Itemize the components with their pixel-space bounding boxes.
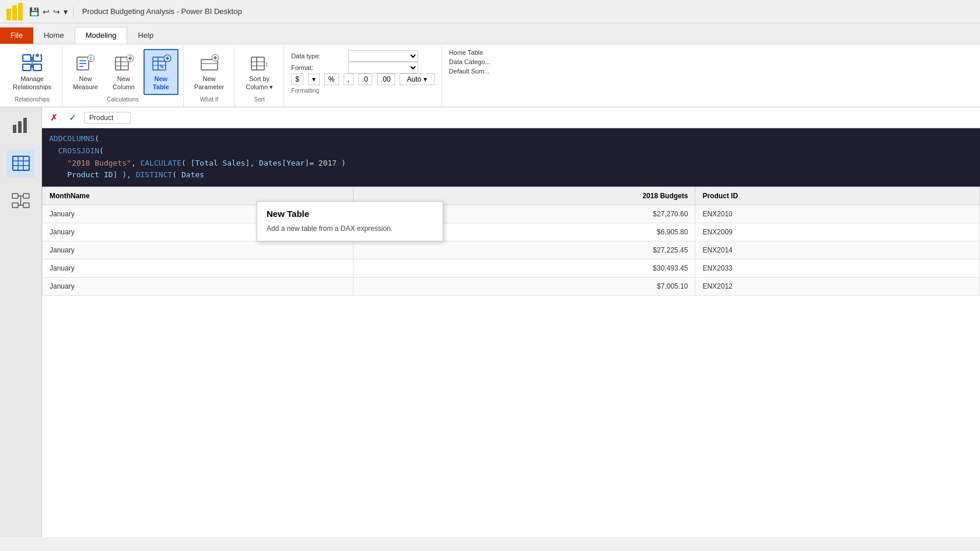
dax-addcolumns: ADDCOLUMNS	[49, 134, 94, 143]
calculations-buttons: ∑ NewMeasure	[67, 49, 178, 95]
new-table-button[interactable]: NewTable	[144, 49, 178, 95]
save-icon[interactable]: 💾	[29, 7, 39, 16]
datatype-label: Data type:	[291, 52, 344, 59]
dollar-button[interactable]: $	[291, 73, 303, 85]
tab-modeling[interactable]: Modeling	[75, 27, 128, 44]
sort-by-column-button[interactable]: ↕ Sort byColumn ▾	[240, 49, 279, 95]
data-table-area: MonthName 2018 Budgets Product ID Januar…	[42, 187, 980, 537]
new-column-icon	[113, 52, 134, 73]
svg-rect-2	[18, 3, 23, 20]
app-logo	[6, 3, 23, 20]
decimal-increase-button[interactable]: .0	[358, 73, 372, 85]
new-column-label: NewColumn	[113, 75, 135, 92]
cell-budget-3: $27,225.45	[354, 241, 695, 259]
table-view-icon	[12, 154, 30, 173]
ribbon-group-sort: ↕ Sort byColumn ▾ Sort	[235, 47, 284, 107]
percent-button[interactable]: %	[324, 73, 339, 85]
cancel-button[interactable]: ✗	[47, 111, 61, 125]
format-dropdown[interactable]	[348, 62, 418, 73]
default-sum-label: Default Sum...	[449, 68, 491, 75]
tooltip-body: Add a new table from a DAX expression.	[267, 223, 433, 234]
dax-calculate: CALCULATE	[141, 159, 181, 167]
tab-help[interactable]: Help	[127, 27, 164, 44]
redo-icon[interactable]: ↪	[53, 7, 60, 16]
table-row: January $27,270.60 ENX2010	[43, 205, 980, 223]
quick-access-icon[interactable]: ▾	[64, 7, 68, 16]
cell-pid-1: ENX2010	[695, 205, 980, 223]
whatif-buttons: ? NewParameter	[188, 49, 230, 95]
tab-home[interactable]: Home	[33, 27, 75, 44]
ribbon-group-formatting: Data type: Format: $ ▾ % , .0 .00 Auto ▾…	[284, 47, 442, 107]
data-category-label: Data Catego...	[449, 58, 491, 65]
manage-relationships-label: ManageRelationships	[13, 75, 51, 92]
dax-line-1: ADDCOLUMNS(	[49, 133, 973, 145]
content-area: ✗ ✓ Product ADDCOLUMNS( CROSSJOIN( "2018…	[42, 107, 980, 537]
dropdown-dollar-button[interactable]: ▾	[308, 73, 320, 85]
new-parameter-button[interactable]: ? NewParameter	[188, 49, 230, 95]
dax-crossjoin: CROSSJOIN	[58, 146, 99, 155]
whatif-group-label: What If	[200, 95, 219, 105]
datatype-dropdown[interactable]	[348, 50, 418, 62]
dax-line-4: Product ID] ), DISTINCT( Dates	[49, 169, 973, 181]
confirm-button[interactable]: ✓	[65, 111, 79, 125]
sort-group-label: Sort	[254, 95, 265, 105]
datatype-row: Data type:	[291, 50, 418, 62]
formatting-group-label: Formatting	[291, 86, 319, 96]
new-table-icon	[150, 52, 172, 73]
sidebar-item-model[interactable]	[7, 187, 35, 215]
cell-budget-4: $30,493.45	[354, 259, 695, 278]
table-header: MonthName 2018 Budgets Product ID	[43, 187, 980, 205]
cell-month-4: January	[43, 259, 354, 278]
report-view-icon	[12, 117, 30, 135]
svg-rect-0	[6, 9, 11, 20]
manage-relationships-button[interactable]: ManageRelationships	[7, 49, 57, 95]
home-table-label: Home Table	[449, 49, 491, 56]
dax-line-2: CROSSJOIN(	[49, 145, 973, 157]
col-header-productid: Product ID	[695, 187, 980, 205]
svg-rect-57	[23, 203, 29, 208]
dax-formula-area[interactable]: ADDCOLUMNS( CROSSJOIN( "2018 Budgets", C…	[42, 128, 980, 187]
svg-rect-48	[23, 118, 27, 133]
model-view-icon	[12, 191, 30, 210]
new-column-button[interactable]: NewColumn	[106, 49, 141, 95]
relationships-group-label: Relationships	[15, 95, 50, 105]
sidebar-item-table[interactable]	[7, 149, 35, 177]
comma-button[interactable]: ,	[344, 73, 354, 85]
ribbon-tab-bar: File Home Modeling Help	[0, 23, 980, 44]
table-header-row: MonthName 2018 Budgets Product ID	[43, 187, 980, 205]
table-name-field[interactable]: Product	[84, 112, 131, 124]
table-row: January $27,225.45 ENX2014	[43, 241, 980, 259]
dax-dates-year: Dates[Year]	[259, 159, 309, 167]
dax-line-3: "2018 Budgets", CALCULATE( [Total Sales]…	[49, 157, 973, 170]
format-label: Format:	[291, 64, 344, 71]
window-controls: 💾 ↩ ↪ ▾ │	[29, 7, 76, 16]
ribbon-content: ManageRelationships Relationships ∑	[0, 44, 980, 107]
dax-string-budgets: "2018 Budgets"	[67, 159, 131, 167]
relationships-buttons: ManageRelationships	[7, 49, 57, 95]
svg-rect-3	[23, 55, 31, 61]
table-body: January $27,270.60 ENX2010 January $6,90…	[43, 205, 980, 296]
new-measure-button[interactable]: ∑ NewMeasure	[67, 49, 104, 95]
cell-budget-5: $7,005.10	[354, 278, 695, 296]
new-parameter-label: NewParameter	[194, 75, 224, 92]
new-measure-label: NewMeasure	[73, 75, 98, 92]
sidebar-item-report[interactable]	[7, 112, 35, 140]
svg-rect-56	[23, 194, 29, 198]
decimal-decrease-button[interactable]: .00	[377, 73, 395, 85]
tab-file[interactable]: File	[0, 27, 33, 44]
svg-rect-54	[12, 194, 18, 198]
data-table: MonthName 2018 Budgets Product ID Januar…	[42, 187, 980, 296]
undo-icon[interactable]: ↩	[43, 7, 50, 16]
formula-bar: ✗ ✓ Product	[42, 107, 980, 128]
window-title: Product Budgeting Analysis - Power BI De…	[82, 7, 242, 16]
svg-rect-47	[18, 121, 22, 133]
ribbon-group-relationships: ManageRelationships Relationships	[2, 47, 62, 107]
dax-total-sales: [Total Sales]	[191, 159, 250, 167]
svg-rect-46	[13, 125, 16, 133]
title-bar: 💾 ↩ ↪ ▾ │ Product Budgeting Analysis - P…	[0, 0, 980, 23]
cell-pid-4: ENX2033	[695, 259, 980, 278]
auto-dropdown[interactable]: Auto ▾	[400, 73, 435, 85]
table-row: January $30,493.45 ENX2033	[43, 259, 980, 278]
ribbon-group-calculations: ∑ NewMeasure	[62, 47, 184, 107]
new-table-tooltip: New Table Add a new table from a DAX exp…	[257, 201, 443, 241]
